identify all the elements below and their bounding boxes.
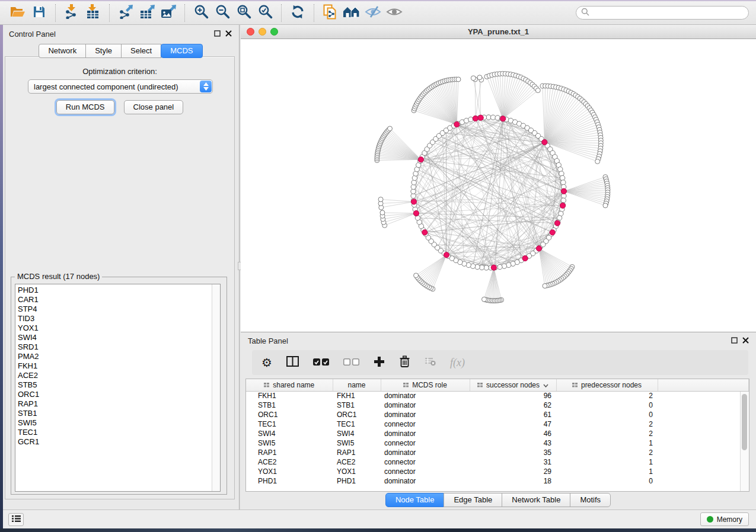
mcds-panel: Optimization criterion: largest connecte… bbox=[5, 56, 235, 499]
table-row[interactable]: TEC1TEC1connector472 bbox=[246, 419, 749, 429]
mcds-result-item[interactable]: SWI4 bbox=[18, 333, 210, 342]
eye-icon bbox=[386, 5, 403, 21]
show-columns-button[interactable] bbox=[286, 356, 299, 369]
cell-successor-nodes: 61 bbox=[470, 410, 556, 419]
column-header-shared-name[interactable]: shared name bbox=[246, 379, 333, 391]
open-file-button[interactable] bbox=[7, 3, 28, 23]
float-panel-icon[interactable] bbox=[214, 28, 221, 39]
cell-successor-nodes: 18 bbox=[470, 476, 556, 486]
column-type-icon bbox=[477, 381, 483, 389]
table-row[interactable]: RAP1RAP1dominator352 bbox=[246, 448, 749, 457]
zoom-window-icon[interactable] bbox=[270, 28, 278, 36]
refresh-button[interactable] bbox=[287, 3, 308, 23]
mcds-result-item[interactable]: TEC1 bbox=[18, 428, 210, 437]
criterion-dropdown-value: largest connected component (undirected) bbox=[34, 82, 178, 91]
mcds-result-item[interactable]: STP4 bbox=[18, 305, 210, 314]
hide-selected-button[interactable] bbox=[362, 3, 384, 23]
column-header-predecessor-nodes[interactable]: predecessor nodes bbox=[556, 379, 658, 391]
mcds-result-item[interactable]: ORC1 bbox=[18, 390, 210, 399]
cell-shared-name: ORC1 bbox=[246, 410, 333, 419]
close-window-icon[interactable] bbox=[247, 28, 254, 36]
search-input[interactable] bbox=[592, 9, 744, 17]
column-header-successor-nodes[interactable]: successor nodes bbox=[470, 379, 556, 391]
cell-mcds-role: dominator bbox=[381, 448, 470, 457]
column-header-name[interactable]: name bbox=[333, 379, 381, 391]
tab-style[interactable]: Style bbox=[85, 44, 122, 58]
cell-filler bbox=[658, 438, 749, 448]
table-scrollbar-thumb[interactable] bbox=[742, 394, 747, 450]
mcds-result-item[interactable]: CAR1 bbox=[18, 295, 210, 305]
float-table-panel-icon[interactable] bbox=[731, 335, 738, 346]
cell-mcds-role: dominator bbox=[381, 410, 470, 419]
tab-select[interactable]: Select bbox=[121, 44, 161, 58]
mcds-result-item[interactable]: ACE2 bbox=[18, 371, 210, 380]
export-table-button[interactable] bbox=[136, 3, 158, 23]
tab-mcds[interactable]: MCDS bbox=[161, 44, 202, 58]
zoom-fit-button[interactable] bbox=[233, 3, 254, 23]
table-settings-button[interactable]: ⚙ bbox=[261, 357, 272, 368]
delete-column-button[interactable] bbox=[399, 355, 410, 370]
close-panel-icon[interactable] bbox=[225, 28, 232, 39]
criterion-dropdown[interactable]: largest connected component (undirected) bbox=[28, 79, 213, 94]
show-panels-button[interactable] bbox=[8, 513, 24, 526]
mcds-result-item[interactable]: PHD1 bbox=[18, 286, 210, 295]
deselect-all-button[interactable] bbox=[343, 357, 359, 368]
export-image-button[interactable] bbox=[158, 3, 179, 23]
table-row[interactable]: STB1STB1dominator620 bbox=[246, 400, 749, 410]
close-table-panel-icon[interactable] bbox=[742, 335, 749, 346]
tab-network-table[interactable]: Network Table bbox=[502, 493, 570, 507]
save-session-button[interactable] bbox=[28, 3, 50, 23]
table-row[interactable]: FKH1FKH1dominator962 bbox=[246, 391, 749, 400]
delete-table-icon bbox=[425, 357, 436, 368]
export-network-button[interactable] bbox=[115, 3, 136, 23]
table-panel-title: Table Panel bbox=[241, 336, 288, 345]
memory-button[interactable]: Memory bbox=[700, 512, 749, 526]
network-graph-svg bbox=[241, 39, 756, 332]
mcds-result-item[interactable]: SRD1 bbox=[18, 342, 210, 352]
mcds-result-item[interactable]: YOX1 bbox=[18, 323, 210, 333]
mcds-result-item[interactable]: RAP1 bbox=[18, 399, 210, 409]
tab-edge-table[interactable]: Edge Table bbox=[444, 493, 502, 507]
tab-motifs[interactable]: Motifs bbox=[570, 493, 611, 507]
table-row[interactable]: PHD1PHD1dominator180 bbox=[246, 476, 749, 486]
show-all-button[interactable] bbox=[384, 3, 405, 23]
list-scrollbar[interactable] bbox=[212, 284, 220, 491]
tab-node-table[interactable]: Node Table bbox=[385, 493, 445, 507]
mcds-result-item[interactable]: TID3 bbox=[18, 314, 210, 323]
mcds-result-item[interactable]: PMA2 bbox=[18, 352, 210, 361]
table-row[interactable]: ACE2ACE2connector311 bbox=[246, 457, 749, 467]
zoom-in-button[interactable] bbox=[190, 3, 212, 23]
search-icon bbox=[581, 8, 589, 18]
clone-network-button[interactable] bbox=[320, 3, 341, 23]
network-canvas[interactable] bbox=[241, 39, 756, 332]
import-table-button[interactable] bbox=[82, 3, 104, 23]
first-neighbors-button[interactable] bbox=[341, 3, 362, 23]
add-column-button[interactable] bbox=[374, 356, 385, 370]
minimize-window-icon[interactable] bbox=[259, 28, 266, 36]
run-mcds-button[interactable]: Run MCDS bbox=[56, 100, 114, 114]
floppy-disk-icon bbox=[33, 5, 46, 21]
mcds-result-item[interactable]: STB5 bbox=[18, 380, 210, 390]
close-panel-button[interactable]: Close panel bbox=[124, 100, 184, 114]
zoom-fit-icon bbox=[237, 4, 251, 21]
column-header-mcds-role[interactable]: MCDS role bbox=[381, 379, 470, 391]
zoom-selected-button[interactable] bbox=[254, 3, 276, 23]
import-network-button[interactable] bbox=[61, 3, 82, 23]
mcds-result-item[interactable]: SWI5 bbox=[18, 418, 210, 428]
clone-network-icon bbox=[323, 4, 338, 22]
tab-network[interactable]: Network bbox=[39, 44, 86, 58]
select-all-button[interactable] bbox=[313, 357, 329, 368]
network-window-titlebar[interactable]: YPA_prune.txt_1 bbox=[241, 25, 756, 39]
table-scrollbar[interactable] bbox=[740, 392, 749, 491]
table-row[interactable]: SWI5SWI5connector431 bbox=[246, 438, 749, 448]
column-type-icon bbox=[264, 381, 269, 389]
table-row[interactable]: SWI4SWI4dominator462 bbox=[246, 429, 749, 438]
mcds-result-item[interactable]: FKH1 bbox=[18, 361, 210, 371]
table-row[interactable]: ORC1ORC1dominator610 bbox=[246, 410, 749, 419]
zoom-out-button[interactable] bbox=[212, 3, 233, 23]
search-field[interactable] bbox=[576, 6, 749, 20]
table-row[interactable]: YOX1YOX1connector291 bbox=[246, 467, 749, 476]
node-table: shared name name MCDS role successor nod… bbox=[246, 379, 749, 486]
mcds-result-item[interactable]: STB1 bbox=[18, 409, 210, 418]
mcds-result-item[interactable]: GCR1 bbox=[18, 437, 210, 447]
